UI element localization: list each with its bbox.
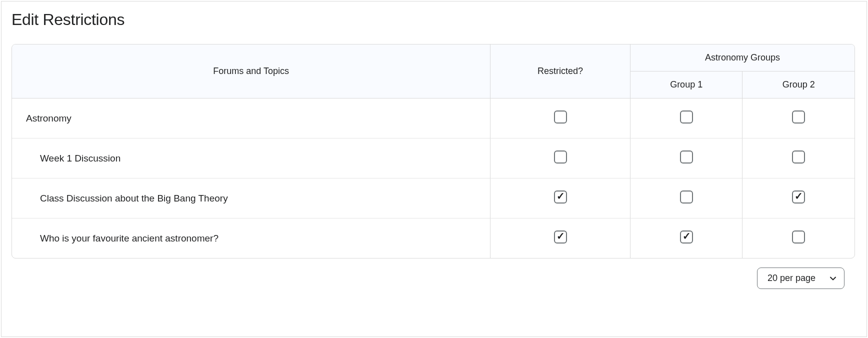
group-checkbox[interactable] bbox=[680, 190, 693, 204]
group-checkbox[interactable] bbox=[792, 150, 805, 164]
cell-group bbox=[630, 98, 742, 138]
restricted-checkbox[interactable] bbox=[554, 230, 567, 244]
restricted-checkbox[interactable] bbox=[554, 190, 567, 204]
group-checkbox[interactable] bbox=[680, 230, 693, 244]
cell-group bbox=[630, 218, 742, 258]
cell-group bbox=[742, 218, 854, 258]
header-group-1: Group 1 bbox=[630, 72, 742, 98]
table-row: Class Discussion about the Big Bang Theo… bbox=[12, 178, 854, 218]
cell-restricted bbox=[490, 178, 630, 218]
page-size-label: 20 per page bbox=[768, 273, 816, 283]
group-checkbox[interactable] bbox=[680, 110, 693, 124]
edit-restrictions-panel: Edit Restrictions Forums and Topics Rest… bbox=[1, 1, 867, 337]
cell-group bbox=[742, 178, 854, 218]
restrictions-table: Forums and Topics Restricted? Astronomy … bbox=[12, 44, 855, 258]
group-checkbox[interactable] bbox=[680, 150, 693, 164]
cell-group bbox=[630, 138, 742, 178]
table-row: Who is your favourite ancient astronomer… bbox=[12, 218, 854, 258]
cell-restricted bbox=[490, 138, 630, 178]
table-row: Astronomy bbox=[12, 98, 854, 138]
chevron-down-icon bbox=[830, 276, 836, 282]
cell-group bbox=[630, 178, 742, 218]
group-checkbox[interactable] bbox=[792, 190, 805, 204]
header-group-category: Astronomy Groups bbox=[630, 44, 854, 72]
group-checkbox[interactable] bbox=[792, 230, 805, 244]
row-name: Week 1 Discussion bbox=[12, 138, 490, 178]
cell-group bbox=[742, 138, 854, 178]
group-checkbox[interactable] bbox=[792, 110, 805, 124]
table-row: Week 1 Discussion bbox=[12, 138, 854, 178]
row-name: Class Discussion about the Big Bang Theo… bbox=[12, 178, 490, 218]
cell-group bbox=[742, 98, 854, 138]
row-name: Who is your favourite ancient astronomer… bbox=[12, 218, 490, 258]
page-title: Edit Restrictions bbox=[12, 10, 856, 29]
header-forums-topics: Forums and Topics bbox=[12, 44, 490, 98]
cell-restricted bbox=[490, 218, 630, 258]
row-name: Astronomy bbox=[12, 98, 490, 138]
cell-restricted bbox=[490, 98, 630, 138]
header-restricted: Restricted? bbox=[490, 44, 630, 98]
restricted-checkbox[interactable] bbox=[554, 150, 567, 164]
pager-row: 20 per page bbox=[12, 268, 856, 289]
page-size-select[interactable]: 20 per page bbox=[757, 268, 844, 289]
restricted-checkbox[interactable] bbox=[554, 110, 567, 124]
header-group-2: Group 2 bbox=[742, 72, 854, 98]
